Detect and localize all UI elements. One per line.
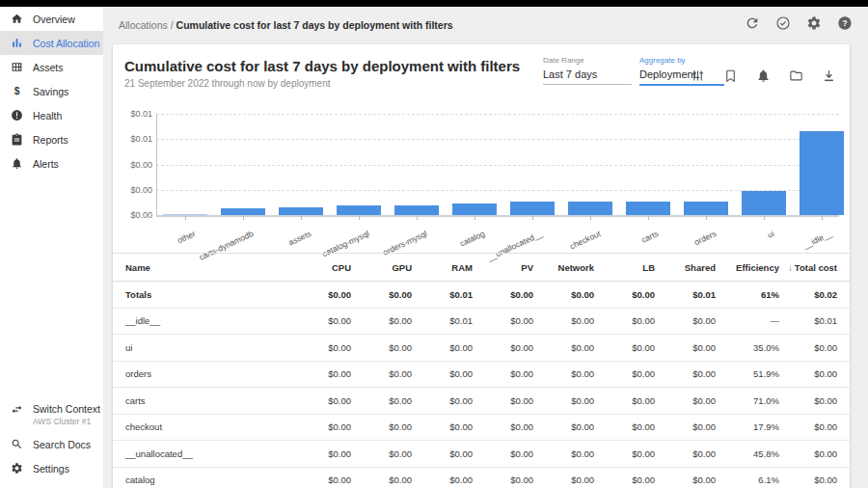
column-header-cpu[interactable]: CPU — [290, 262, 351, 273]
table-row-totals[interactable]: Totals$0.00$0.00$0.01$0.00$0.00$0.00$0.0… — [113, 282, 850, 309]
sidebar-item-savings[interactable]: $Savings — [0, 79, 103, 103]
cell-network: $0.00 — [533, 342, 594, 353]
sidebar-item-label: Alerts — [33, 158, 59, 170]
sidebar-item-cost-allocation[interactable]: Cost Allocation — [0, 31, 103, 55]
swap-horizontal-icon — [11, 403, 23, 416]
table-row-checkout[interactable]: checkout$0.00$0.00$0.00$0.00$0.00$0.00$0… — [113, 415, 850, 442]
column-header-pv[interactable]: PV — [473, 262, 533, 273]
cell-network: $0.00 — [533, 421, 594, 432]
sidebar-footer-search-docs[interactable]: Search Docs — [0, 432, 103, 456]
date-range-value[interactable]: Last 7 days — [543, 68, 632, 85]
cell-gpu: $0.00 — [351, 315, 412, 326]
alert-circle-icon — [11, 109, 23, 122]
table-row-orders[interactable]: orders$0.00$0.00$0.00$0.00$0.00$0.00$0.0… — [113, 362, 850, 389]
page-header: Allocations / Cumulative cost for last 7… — [103, 7, 868, 44]
table-row-carts[interactable]: carts$0.00$0.00$0.00$0.00$0.00$0.00$0.00… — [113, 388, 850, 415]
x-axis-tick — [301, 216, 302, 220]
bar-__idle__[interactable] — [800, 131, 844, 215]
bookmark-icon[interactable] — [723, 68, 738, 83]
cell-cpu: $0.00 — [290, 474, 351, 485]
bar-catalog-mysql[interactable] — [337, 205, 381, 216]
cell-lb: $0.00 — [594, 342, 655, 353]
column-header-shared[interactable]: Shared — [655, 262, 716, 273]
bar-checkout[interactable] — [568, 202, 612, 215]
sidebar-item-assets[interactable]: Assets — [0, 55, 103, 79]
gridline — [156, 165, 839, 166]
bar-ui[interactable] — [742, 191, 786, 215]
check-circle-icon[interactable] — [775, 15, 791, 31]
y-axis-tick-label: $0.01 — [95, 109, 152, 119]
folder-icon[interactable] — [789, 68, 803, 83]
bar-orders-mysql[interactable] — [394, 205, 439, 216]
cell-total-cost: $0.00 — [779, 474, 837, 485]
table-row-catalog[interactable]: catalog$0.00$0.00$0.00$0.00$0.00$0.00$0.… — [113, 468, 850, 488]
cell-total-cost: $0.01 — [779, 315, 837, 326]
breadcrumb: Allocations / Cumulative cost for last 7… — [119, 19, 453, 31]
sidebar-item-label: Savings — [33, 86, 68, 97]
cell-total-cost: $0.00 — [779, 342, 837, 353]
gridline — [156, 114, 839, 115]
cell-pv: $0.00 — [473, 448, 533, 459]
settings-gear-icon[interactable] — [806, 15, 822, 31]
bar-__unallocated__[interactable] — [510, 202, 555, 215]
breadcrumb-current: Cumulative cost for last 7 days by deplo… — [176, 19, 453, 31]
bar-other[interactable] — [163, 214, 207, 216]
cell-gpu: $0.00 — [351, 342, 412, 353]
sidebar-item-label: Health — [33, 110, 62, 122]
help-icon[interactable]: ? — [837, 15, 853, 31]
bar-assets[interactable] — [279, 207, 323, 215]
x-axis-line — [156, 215, 839, 217]
y-axis-tick-label: $0.00 — [95, 185, 152, 195]
cell-shared: $0.00 — [655, 474, 716, 485]
column-header-total-cost[interactable]: ↓Total cost — [779, 262, 837, 273]
cell-ram: $0.00 — [412, 368, 473, 379]
column-header-lb[interactable]: LB — [594, 262, 655, 273]
cell-lb: $0.00 — [594, 315, 655, 326]
cell-pv: $0.00 — [473, 368, 533, 379]
cell-total-cost: $0.00 — [779, 448, 837, 459]
column-header-gpu[interactable]: GPU — [351, 262, 412, 273]
cell-pv: $0.00 — [473, 421, 533, 432]
bar-orders[interactable] — [684, 202, 728, 215]
cell-efficiency: 6.1% — [716, 474, 779, 485]
cell-shared: $0.00 — [655, 395, 716, 406]
breadcrumb-parent-link[interactable]: Allocations — [119, 19, 168, 31]
sidebar-item-overview[interactable]: Overview — [0, 7, 103, 31]
date-range-field[interactable]: Date Range Last 7 days — [543, 56, 632, 85]
allocation-table: NameCPUGPURAMPVNetworkLBSharedEfficiency… — [113, 253, 850, 488]
bar-catalog[interactable] — [452, 203, 497, 215]
bar-carts-dynamodb[interactable] — [221, 208, 265, 215]
cell-efficiency: — — [716, 315, 779, 326]
sidebar-item-health[interactable]: Health — [0, 103, 103, 127]
x-axis-tick — [764, 216, 765, 220]
sidebar-footer-settings[interactable]: Settings — [0, 456, 103, 480]
gridline — [156, 190, 839, 191]
table-row-__idle__[interactable]: __idle__$0.00$0.00$0.01$0.00$0.00$0.00$0… — [113, 309, 850, 336]
search-icon — [11, 438, 23, 450]
x-axis-tick — [417, 216, 418, 220]
sidebar-item-alerts[interactable]: Alerts — [0, 151, 103, 176]
sidebar-footer-switch-context[interactable]: Switch ContextAWS Cluster #1 — [0, 399, 103, 432]
table-row-ui[interactable]: ui$0.00$0.00$0.00$0.00$0.00$0.00$0.0035.… — [113, 335, 850, 362]
column-header-network[interactable]: Network — [533, 262, 594, 273]
aggregate-by-label: Aggregate by — [639, 56, 724, 65]
column-header-name[interactable]: Name — [125, 262, 290, 273]
cell-ram: $0.00 — [412, 474, 473, 485]
clipboard-icon — [11, 133, 23, 146]
table-row-__unallocated__[interactable]: __unallocated__$0.00$0.00$0.00$0.00$0.00… — [113, 441, 850, 468]
home-icon — [11, 13, 23, 25]
cell-cpu: $0.00 — [290, 342, 351, 353]
x-axis-tick — [706, 216, 707, 220]
refresh-icon[interactable] — [745, 15, 760, 31]
download-icon[interactable] — [822, 68, 836, 83]
y-axis-tick-label: $0.00 — [95, 210, 152, 220]
column-header-ram[interactable]: RAM — [412, 262, 473, 273]
bar-carts[interactable] — [626, 202, 670, 215]
sidebar-item-reports[interactable]: Reports — [0, 127, 103, 151]
cell-ram: $0.00 — [412, 448, 473, 459]
tune-icon[interactable] — [691, 68, 705, 83]
bell-icon[interactable] — [756, 68, 771, 83]
x-axis-tick — [822, 216, 823, 220]
column-header-efficiency[interactable]: Efficiency — [716, 262, 779, 273]
dollar-icon: $ — [11, 85, 23, 97]
